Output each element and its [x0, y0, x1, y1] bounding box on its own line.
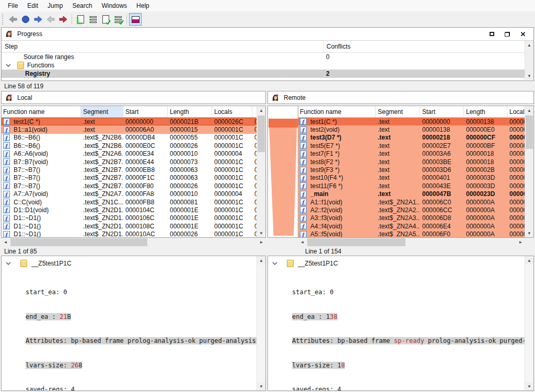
tree-node[interactable]: __Z5test1P1C: [268, 259, 338, 268]
scroll-right-icon[interactable]: ►: [516, 238, 525, 247]
table-row[interactable]: fD1::D1(void) .text$_ZN2D1... 0000104C 0…: [2, 206, 265, 214]
cell-segment: .text$_ZN2A7...: [81, 190, 123, 198]
scroll-down-icon[interactable]: ▼: [525, 382, 533, 390]
menu-item[interactable]: Edit: [22, 1, 43, 10]
cell-function-name: test1(C *): [14, 118, 40, 125]
progress-row-registry-selected[interactable]: Registry 2: [2, 70, 533, 78]
toolbar-grip[interactable]: [2, 14, 5, 25]
table-row[interactable]: fA6::A6(void) .text$_ZN2A6... 00000E34 0…: [2, 150, 265, 158]
column-header-segment[interactable]: Segment: [376, 106, 420, 117]
remote-titlebar[interactable]: Remote: [268, 91, 534, 104]
table-row[interactable]: ftest1(C *) .text 00000000 0000021B 0000…: [2, 118, 265, 125]
column-header-conflicts[interactable]: Conflicts: [323, 41, 533, 52]
scroll-up-icon[interactable]: ▲: [257, 106, 265, 114]
menu-item[interactable]: Search: [67, 1, 97, 10]
table-row[interactable]: fB6::~B6() .text$_ZN2B6... 00000E0C 0000…: [2, 142, 265, 149]
console-window-icon[interactable]: [129, 13, 142, 26]
tree-node[interactable]: __Z5test1P1C: [2, 259, 72, 268]
table-row[interactable]: fD1::~D1() .text$_ZN2D1... 000010AC 0000…: [2, 230, 265, 237]
table-row[interactable]: ftest2(void) .text 00000138 000000E0 000…: [298, 125, 533, 133]
cell-start: 00000FA8: [123, 190, 168, 198]
scrollbar-thumb[interactable]: [258, 116, 265, 152]
progress-titlebar[interactable]: Progress ✕: [2, 28, 533, 41]
table-row[interactable]: fA7::A7(void) .text$_ZN2A7... 00000FA8 0…: [2, 190, 265, 198]
column-header-segment[interactable]: Segment: [81, 106, 123, 117]
scroll-up-icon[interactable]: ▲: [525, 41, 533, 49]
table-row[interactable]: ftest3(D7 *) .text 00000218 000000CF 000…: [298, 134, 533, 142]
column-header-locals[interactable]: Locals: [212, 106, 252, 117]
column-header-length[interactable]: Length: [464, 106, 507, 117]
menu-item[interactable]: Help: [132, 1, 154, 10]
local-titlebar[interactable]: Local: [1, 91, 266, 104]
progress-row-source-file-ranges[interactable]: Source file ranges 0: [2, 53, 533, 61]
table-row[interactable]: ftest7(F1 *) .text 000003A6 00000018 000…: [298, 150, 533, 158]
progress-row-functions[interactable]: Functions: [2, 61, 533, 70]
scroll-up-icon[interactable]: ▲: [525, 106, 533, 114]
local-horizontal-scrollbar[interactable]: ◄ ►: [1, 238, 266, 247]
chevron-down-icon[interactable]: [6, 262, 11, 265]
table-row[interactable]: ftest8(F2 *) .text 000003BE 00000018 000…: [298, 158, 533, 166]
table-row[interactable]: fA1::f1(void) .text$_ZN2A1... 000006C0 0…: [298, 198, 533, 206]
table-row[interactable]: fA4::f4(void) .text$_ZN2A4... 000006E4 0…: [298, 222, 533, 230]
stop-circle-blue-icon[interactable]: [19, 13, 32, 26]
column-header-length[interactable]: Length: [168, 106, 212, 117]
progress-vertical-scrollbar[interactable]: ▲ ▼: [525, 41, 533, 80]
scroll-left-icon[interactable]: ◄: [298, 238, 307, 247]
menu-item[interactable]: File: [3, 1, 22, 10]
table-row[interactable]: fB7::~B7() .text$_ZN2B7... 00000F80 0000…: [2, 182, 265, 190]
list-check-icon[interactable]: [112, 13, 124, 26]
scrollbar-thumb[interactable]: [10, 238, 147, 246]
table-row[interactable]: ftest9(F3 *) .text 000003D6 0000002B 000…: [298, 166, 533, 174]
maximize-icon[interactable]: [487, 30, 496, 38]
restore-icon[interactable]: [503, 30, 511, 38]
table-row[interactable]: fA2::f2(void) .text$_ZN2A2... 000006CC 0…: [298, 206, 533, 214]
table-row[interactable]: fB7::B7(void) .text$_ZN2B7... 00000E44 0…: [2, 158, 265, 166]
forward-arrow-red-icon[interactable]: [57, 13, 69, 26]
export-document-icon[interactable]: [74, 13, 87, 26]
local-vertical-scrollbar[interactable]: ▲ ▼: [257, 106, 265, 237]
table-row[interactable]: f_main .text 0000047B 0000023D 00000: [298, 190, 533, 198]
table-row[interactable]: fA3::f3(void) .text$_ZN2A3... 000006D8 0…: [298, 214, 533, 222]
table-row[interactable]: fA5::f5(void) .text$_ZN2A5... 000006F0 0…: [298, 230, 533, 237]
table-row[interactable]: fC::C(void) .text$_ZN1C... 00000FB8 0000…: [2, 198, 265, 206]
back-arrow-light-gray-icon[interactable]: [44, 13, 57, 26]
remote-horizontal-scrollbar[interactable]: ◄ ►: [298, 238, 525, 247]
document-check-icon[interactable]: [99, 13, 112, 26]
remote-vertical-scrollbar[interactable]: ▲ ▼: [525, 106, 533, 237]
scrollbar-thumb[interactable]: [307, 238, 405, 246]
table-row[interactable]: fB7::~B7() .text$_ZN2B7... 00000F1C 0000…: [2, 174, 265, 182]
local-detail-scrollbar[interactable]: ▲ ▼: [257, 256, 265, 390]
table-row[interactable]: fD1::~D1() .text$_ZN2D1... 0000106C 0000…: [2, 214, 265, 222]
column-header-start[interactable]: Start: [123, 106, 168, 117]
table-row[interactable]: ftest5(E7 *) .text 000002E7 000000BF 000…: [298, 142, 533, 149]
export-list-icon[interactable]: [87, 13, 99, 26]
table-row[interactable]: ftest1(C *) .text 00000000 00000138 0000…: [298, 118, 533, 125]
table-row[interactable]: ftest11(F6 *) .text 0000043E 0000003D 00…: [298, 182, 533, 190]
scroll-right-icon[interactable]: ►: [257, 238, 266, 247]
scroll-left-icon[interactable]: ◄: [1, 238, 10, 247]
scrollbar-thumb[interactable]: [526, 116, 533, 149]
chevron-down-icon[interactable]: [272, 262, 277, 265]
scroll-down-icon[interactable]: ▼: [525, 72, 533, 80]
menu-item[interactable]: Windows: [97, 1, 132, 10]
scroll-down-icon[interactable]: ▼: [257, 229, 265, 237]
column-header-step[interactable]: Step: [2, 41, 323, 52]
column-header-start[interactable]: Start: [420, 106, 464, 117]
close-icon[interactable]: ✕: [519, 30, 527, 38]
column-header-function-name[interactable]: Function name: [2, 106, 81, 117]
scroll-up-icon[interactable]: ▲: [257, 256, 265, 264]
table-row[interactable]: fB7::~B7() .text$_ZN2B7... 00000EB8 0000…: [2, 166, 265, 174]
table-row[interactable]: fB1::a1(void) .text 000006A0 00000015 00…: [2, 125, 265, 133]
table-row[interactable]: fD1::~D1() .text$_ZN2D1... 0000108C 0000…: [2, 222, 265, 230]
remote-detail-scrollbar[interactable]: ▲ ▼: [525, 256, 533, 390]
column-header-function-name[interactable]: Function name: [298, 106, 376, 117]
forward-arrow-blue-icon[interactable]: [32, 13, 44, 26]
scroll-down-icon[interactable]: ▼: [257, 382, 265, 390]
scroll-down-icon[interactable]: ▼: [525, 229, 533, 237]
table-row[interactable]: fB6::~B6() .text$_ZN2B6... 00000DB4 0000…: [2, 134, 265, 142]
chevron-down-icon[interactable]: [6, 64, 11, 67]
menu-item[interactable]: Jump: [43, 1, 67, 10]
table-row[interactable]: ftest10(F4 *) .text 00000401 0000003D 00…: [298, 174, 533, 182]
scroll-up-icon[interactable]: ▲: [525, 256, 533, 264]
back-arrow-gray-icon[interactable]: [7, 13, 19, 26]
